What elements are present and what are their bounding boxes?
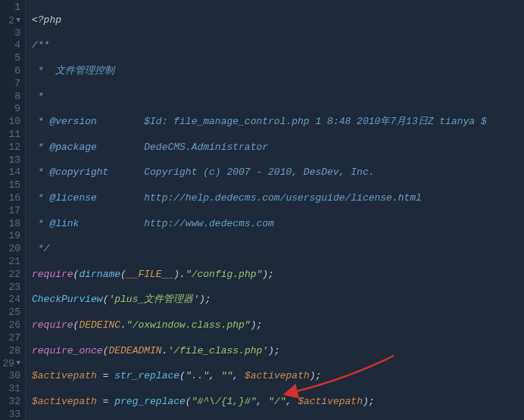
line-number: 19 xyxy=(0,230,20,243)
code-line: * @version $Id: file_manage_control.php … xyxy=(32,116,487,129)
code-line: * 文件管理控制 xyxy=(32,65,487,78)
line-number: 23 xyxy=(0,282,20,294)
line-number: 5 xyxy=(0,52,20,65)
line-number: 20 xyxy=(0,243,20,256)
code-area[interactable]: <?php /** * 文件管理控制 * * @version $Id: fil… xyxy=(26,0,487,420)
fold-icon[interactable]: ▼ xyxy=(14,357,20,370)
line-number: 17 xyxy=(0,205,20,218)
code-line: * @package DedeCMS.Administrator xyxy=(32,142,487,154)
line-number: 11 xyxy=(0,129,20,142)
code-line: $activepath = str_replace("..", "", $act… xyxy=(32,370,487,383)
code-line: CheckPurview('plus_文件管理器'); xyxy=(32,294,487,306)
code-line: /** xyxy=(32,39,487,52)
line-number: 22 xyxy=(0,269,20,282)
line-number: 26 xyxy=(0,319,20,332)
line-number: 4 xyxy=(0,39,20,52)
line-number: 3 xyxy=(0,27,20,40)
line-number: 30 xyxy=(0,370,20,383)
code-line: <?php xyxy=(32,14,487,27)
code-editor[interactable]: 1 2▼ 3 4 5 6 7 8 9 10 11 12 13 14 15 16 … xyxy=(0,0,524,420)
code-line: */ xyxy=(32,243,487,256)
code-line: * xyxy=(32,91,487,104)
line-number: 21 xyxy=(0,256,20,269)
line-gutter: 1 2▼ 3 4 5 6 7 8 9 10 11 12 13 14 15 16 … xyxy=(0,0,26,420)
code-line: * @link http://www.dedecms.com xyxy=(32,218,487,231)
line-number: 6 xyxy=(0,65,20,78)
line-number: 9 xyxy=(0,103,20,116)
line-number: 2▼ xyxy=(0,14,20,27)
line-number: 28 xyxy=(0,345,20,358)
line-number: 13 xyxy=(0,154,20,167)
line-number: 25 xyxy=(0,306,20,319)
code-line: $activepath = preg_replace("#^\/{1,}#", … xyxy=(32,396,487,409)
line-number: 32 xyxy=(0,396,20,409)
line-number: 16 xyxy=(0,192,20,205)
code-line: * @copyright Copyright (c) 2007 - 2010, … xyxy=(32,166,487,179)
line-number: 18 xyxy=(0,218,20,231)
line-number: 12 xyxy=(0,142,20,154)
code-line: require(dirname(__FILE__)."/config.php")… xyxy=(32,269,487,282)
line-number: 7 xyxy=(0,78,20,91)
code-line: require_once(DEDEADMIN.'/file_class.php'… xyxy=(32,345,487,358)
line-number: 1 xyxy=(0,2,20,14)
code-line: require(DEDEINC."/oxwindow.class.php"); xyxy=(32,319,487,332)
line-number: 24 xyxy=(0,294,20,306)
code-line: * @license http://help.dedecms.com/users… xyxy=(32,192,487,205)
line-number: 10 xyxy=(0,116,20,129)
line-number: 27 xyxy=(0,332,20,345)
line-number: 33 xyxy=(0,409,20,421)
line-number: 8 xyxy=(0,91,20,104)
line-number: 14 xyxy=(0,166,20,179)
line-number: 29▼ xyxy=(0,357,20,370)
fold-icon[interactable]: ▼ xyxy=(14,14,20,27)
line-number: 31 xyxy=(0,383,20,396)
line-number: 15 xyxy=(0,179,20,192)
